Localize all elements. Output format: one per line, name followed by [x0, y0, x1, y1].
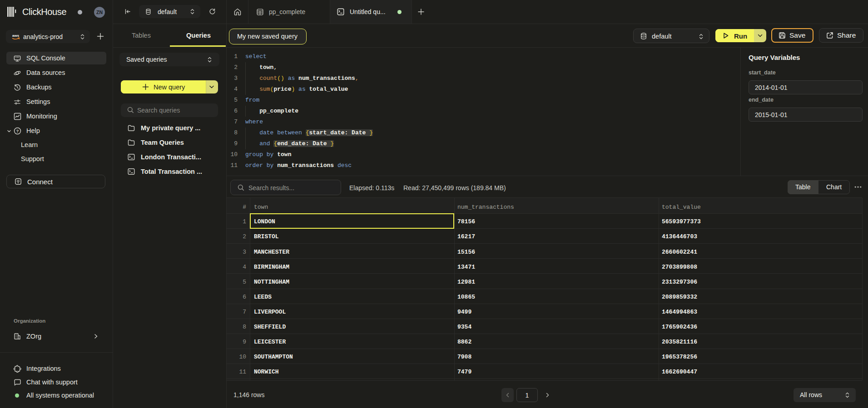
svg-text:?: ?	[16, 128, 19, 133]
svg-text:aws: aws	[12, 34, 20, 38]
